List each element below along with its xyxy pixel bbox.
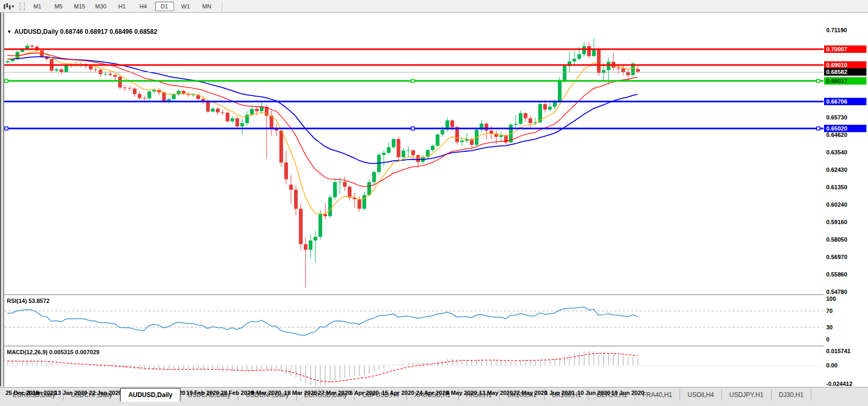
mt4-window: ▾ M1M5M15M30H1H4D1W1MN ▼AUDUSD,Daily 0.6… [0,0,868,406]
timeframe-button-h1[interactable]: H1 [113,2,132,11]
toolbar-divider [222,2,222,11]
timeframe-button-m15[interactable]: M15 [70,2,89,11]
price-axis-tick: 0.64620 [826,132,866,138]
chart-window-left-border [0,13,4,386]
price-axis-tick: 0.54780 [826,289,866,295]
macd-axis-tick: -0.024412 [826,381,866,387]
price-axis-tick: 0.65730 [826,114,866,121]
timeframe-button-mn[interactable]: MN [197,2,216,11]
timeframe-button-h4[interactable]: H4 [134,2,153,11]
price-axis-tick: 0.58050 [826,236,866,243]
price-axis-tick: 0.55860 [826,271,866,278]
rsi-axis-tick: 70 [826,308,866,314]
chart-tab-dj30-h1[interactable]: DJ30,H1 [772,389,812,401]
timeframe-button-m30[interactable]: M30 [92,2,111,11]
chart-tab-usdjpy-h1[interactable]: USDJPY,H1 [722,389,771,401]
chart-title: ▼AUDUSD,Daily 0.68746 0.68917 0.68496 0.… [7,28,157,35]
macd-axis-tick: 0.015741 [826,348,866,354]
symbol-ohlc-text: AUDUSD,Daily 0.68746 0.68917 0.68496 0.6… [14,28,157,35]
rsi-axis-tick: 0 [826,336,866,343]
current-price-badge: 0.68582 [824,68,866,76]
chart-tab-usoil-h4[interactable]: USOil,H4 [680,389,722,401]
chart-bars-icon[interactable]: ▾ [0,0,17,12]
timeframe-buttons: M1M5M15M30H1H4D1W1MN [27,2,218,11]
timeframe-button-m1[interactable]: M1 [28,2,47,11]
toolbar-grip-handle[interactable] [20,2,25,11]
timeframe-button-d1[interactable]: D1 [155,2,174,11]
price-chart-canvas[interactable] [4,26,824,399]
price-axis-tick: 0.63540 [826,149,866,155]
timeframe-button-m5[interactable]: M5 [49,2,68,11]
price-level-badge: 0.68017 [824,77,866,85]
rsi-indicator-label: RSI(14) 53.8572 [7,298,50,304]
date-axis-tick: 19 Jun 2020 [607,390,649,396]
price-axis-tick: 0.71190 [826,27,866,33]
rsi-axis-tick: 100 [826,296,866,302]
chart-tab-audusd-daily[interactable]: AUDUSD,Daily [120,388,180,402]
price-axis-tick: 0.62430 [826,167,866,173]
macd-indicator-label: MACD(12,26,9) 0.005315 0.007029 [7,349,100,355]
price-level-badge: 0.65020 [824,125,866,132]
price-axis-tick: 0.60240 [826,201,866,208]
price-level-badge: 0.70007 [824,45,866,53]
macd-axis-tick: 0.00 [826,362,866,368]
chart-area: ▼AUDUSD,Daily 0.68746 0.68917 0.68496 0.… [0,13,868,387]
candlestick-icon [3,3,11,10]
price-axis-tick: 0.56970 [826,254,866,260]
price-axis-tick: 0.59160 [826,219,866,225]
timeframe-button-w1[interactable]: W1 [176,2,195,11]
chevron-down-icon: ▾ [12,4,14,9]
price-level-badge: 0.66706 [824,98,866,105]
rsi-axis-tick: 30 [826,324,866,330]
timeframe-toolbar: ▾ M1M5M15M30H1H4D1W1MN [0,0,868,13]
title-dropdown-icon[interactable]: ▼ [7,29,12,34]
price-level-badge: 0.69010 [824,61,866,69]
price-axis-tick: 0.61350 [826,184,866,190]
